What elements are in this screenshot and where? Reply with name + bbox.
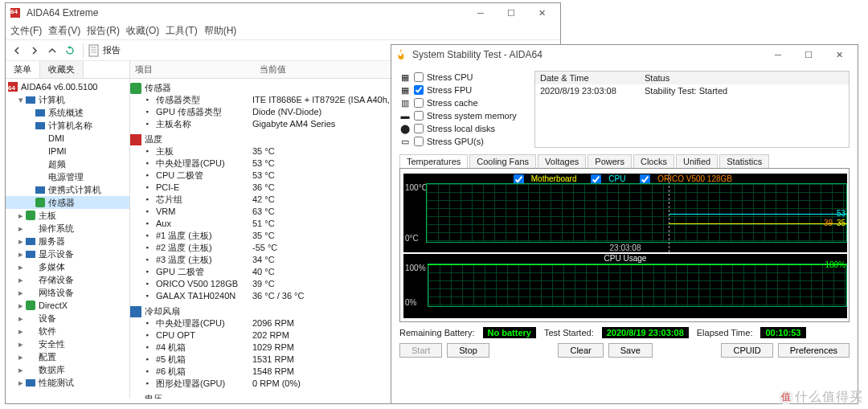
tree-node[interactable]: ▸存储设备 <box>6 273 129 286</box>
legend-item[interactable]: ORICO V500 128GB <box>640 174 737 183</box>
stress-option[interactable]: ▦Stress FPU <box>399 84 528 96</box>
tree-node[interactable]: 电源管理 <box>6 170 129 183</box>
sst-close-button[interactable]: ✕ <box>824 46 854 63</box>
elapsed-time-label: Elapsed Time: <box>697 328 753 337</box>
status-box: Date & Time Status 2020/8/19 23:03:08 St… <box>534 71 850 148</box>
g2-val: 100% <box>825 260 845 269</box>
tree-node[interactable]: ▸DirectX <box>6 299 129 312</box>
tree-node[interactable]: ▸操作系统 <box>6 222 129 235</box>
sst-tabs: TemperaturesCooling FansVoltagesPowersCl… <box>399 154 850 168</box>
tree-root[interactable]: 64AIDA64 v6.00.5100 <box>6 80 129 93</box>
test-started-value: 2020/8/19 23:03:08 <box>602 327 689 338</box>
stress-option[interactable]: ▥Stress cache <box>399 96 528 109</box>
stress-option[interactable]: ▭Stress GPU(s) <box>399 135 528 148</box>
tree-node[interactable]: 便携式计算机 <box>6 183 129 196</box>
menubar: 文件(F)查看(V)报告(R)收藏(O)工具(T)帮助(H) <box>6 22 560 40</box>
graph2-title: CPU Usage <box>403 254 847 263</box>
y-top: 100°C <box>405 183 428 192</box>
sst-footer: Remaining Battery: No battery Test Start… <box>399 327 850 338</box>
menu-item[interactable]: 报告(R) <box>87 24 120 38</box>
status-text: Stability Test: Started <box>640 84 849 97</box>
nav-up-button[interactable] <box>44 43 60 59</box>
cpu-usage-graph: CPU Usage 100% 0% 100% <box>403 254 847 318</box>
stress-option[interactable]: ⬤Stress local disks <box>399 122 528 135</box>
stress-option[interactable]: ▬Stress system memory <box>399 109 528 122</box>
tree-node[interactable]: 计算机名称 <box>6 119 129 132</box>
nav-forward-button[interactable] <box>27 43 43 59</box>
remaining-battery-label: Remaining Battery: <box>399 328 475 337</box>
stress-list: ▦Stress CPU▦Stress FPU▥Stress cache▬Stre… <box>399 71 528 148</box>
graph-area: Motherboard CPU ORICO V500 128GB 100°C 0… <box>399 168 850 322</box>
col-header-item: 项目 <box>130 61 255 79</box>
sst-tab[interactable]: Temperatures <box>399 154 468 168</box>
tree-node[interactable]: ▸服务器 <box>6 235 129 247</box>
sst-tab[interactable]: Voltages <box>538 154 586 168</box>
elapsed-time-value: 00:10:53 <box>760 327 805 338</box>
status-col-datetime: Date & Time <box>535 72 640 84</box>
tree-node[interactable]: IPMI <box>6 145 129 157</box>
tree-node[interactable]: 系统概述 <box>6 106 129 119</box>
sst-titlebar: System Stability Test - AIDA64 ─ ☐ ✕ <box>391 45 858 64</box>
maximize-button[interactable]: ☐ <box>496 4 526 22</box>
tree-node[interactable]: ▸安全性 <box>6 337 129 350</box>
tree-node[interactable]: ▸软件 <box>6 325 129 337</box>
tree-panel: 菜单 收藏夹 64AIDA64 v6.00.5100 ▾计算机系统概述计算机名称… <box>6 61 130 399</box>
report-icon <box>88 44 100 57</box>
menu-item[interactable]: 文件(F) <box>10 24 42 38</box>
nav-back-button[interactable] <box>9 43 25 59</box>
sst-tab[interactable]: Clocks <box>633 154 674 168</box>
menu-item[interactable]: 查看(V) <box>48 24 80 38</box>
sst-tab[interactable]: Statistics <box>719 154 769 168</box>
tree-node[interactable]: ▾计算机 <box>6 93 129 106</box>
sst-minimize-button[interactable]: ─ <box>763 46 793 63</box>
refresh-button[interactable] <box>62 43 78 59</box>
menu-item[interactable]: 帮助(H) <box>204 24 237 38</box>
close-button[interactable]: ✕ <box>526 4 557 22</box>
sst-tab[interactable]: Powers <box>588 154 632 168</box>
sst-maximize-button[interactable]: ☐ <box>793 46 824 63</box>
tree-node[interactable]: 超频 <box>6 157 129 170</box>
watermark: 值 什么值得买 <box>779 389 863 406</box>
remaining-battery-value: No battery <box>483 327 536 338</box>
x-label: 23:03:08 <box>610 243 641 252</box>
test-started-label: Test Started: <box>544 328 594 337</box>
clear-button[interactable]: Clear <box>558 343 603 358</box>
legend-item[interactable]: CPU <box>591 174 630 183</box>
tree[interactable]: 64AIDA64 v6.00.5100 ▾计算机系统概述计算机名称DMIIPMI… <box>6 79 129 391</box>
tree-node[interactable]: ▸设备 <box>6 312 129 325</box>
legend-item[interactable]: Motherboard <box>514 174 581 183</box>
g2-y-bot: 0% <box>405 298 416 307</box>
titlebar: 64 AIDA64 Extreme ─ ☐ ✕ <box>6 3 560 22</box>
start-button[interactable]: Start <box>399 343 442 358</box>
sst-tab[interactable]: Cooling Fans <box>469 154 536 168</box>
tree-node[interactable]: 传感器 <box>6 196 129 209</box>
minimize-button[interactable]: ─ <box>465 4 496 22</box>
menu-item[interactable]: 收藏(O) <box>126 24 159 38</box>
tree-node[interactable]: DMI <box>6 132 129 145</box>
svg-rect-0 <box>89 45 98 56</box>
menu-item[interactable]: 工具(T) <box>166 24 197 38</box>
cpuid-button[interactable]: CPUID <box>721 343 772 358</box>
tree-node[interactable]: ▸配置 <box>6 350 129 363</box>
sst-title: System Stability Test - AIDA64 <box>412 49 763 60</box>
tree-node[interactable]: ▸性能测试 <box>6 376 129 389</box>
tree-node[interactable]: ▸主板 <box>6 209 129 222</box>
tree-node[interactable]: ▸显示设备 <box>6 247 129 260</box>
g2-y-top: 100% <box>405 264 426 272</box>
tree-node[interactable]: ▸数据库 <box>6 363 129 376</box>
sst-tab[interactable]: Unified <box>676 154 718 168</box>
tab-menu[interactable]: 菜单 <box>6 61 40 78</box>
tab-favorites[interactable]: 收藏夹 <box>40 61 84 78</box>
status-col-status: Status <box>640 72 849 84</box>
graph-val-mb: 35 <box>837 219 845 227</box>
preferences-button[interactable]: Preferences <box>778 343 850 358</box>
y-bot: 0°C <box>405 234 419 243</box>
app-icon: 64 <box>9 6 22 19</box>
report-button[interactable]: 报告 <box>88 44 121 57</box>
stop-button[interactable]: Stop <box>447 343 489 358</box>
stress-option[interactable]: ▦Stress CPU <box>399 71 528 84</box>
watermark-icon: 值 <box>779 391 793 405</box>
tree-node[interactable]: ▸多媒体 <box>6 260 129 273</box>
tree-node[interactable]: ▸网络设备 <box>6 286 129 299</box>
save-button[interactable]: Save <box>608 343 653 358</box>
